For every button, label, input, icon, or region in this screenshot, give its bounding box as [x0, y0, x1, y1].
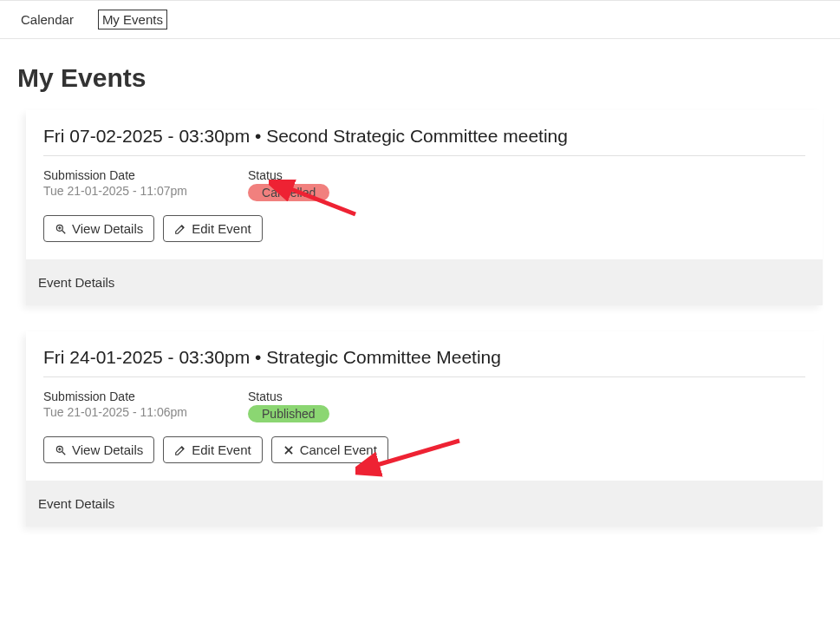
event-meta: Submission Date Tue 21-01-2025 - 11:06pm… [43, 390, 805, 422]
edit-event-button[interactable]: Edit Event [163, 436, 262, 463]
button-label: View Details [72, 442, 143, 457]
button-label: View Details [72, 221, 143, 236]
submission-date-label: Submission Date [43, 168, 187, 182]
button-label: Edit Event [192, 221, 251, 236]
event-details-header: Event Details [38, 275, 114, 290]
zoom-in-icon [55, 444, 67, 456]
svg-line-6 [62, 451, 66, 455]
submission-date-label: Submission Date [43, 390, 187, 403]
submission-date-value: Tue 21-01-2025 - 11:07pm [43, 184, 187, 198]
event-title: Fri 24-01-2025 - 03:30pm • Strategic Com… [43, 347, 805, 368]
top-tabs: Calendar My Events [0, 0, 840, 39]
status-badge: Published [248, 405, 329, 422]
tab-my-events[interactable]: My Events [98, 10, 167, 29]
tab-calendar[interactable]: Calendar [17, 10, 77, 29]
view-details-button[interactable]: View Details [43, 215, 154, 242]
event-actions: View Details Edit Event [43, 215, 805, 242]
edit-event-button[interactable]: Edit Event [163, 215, 262, 242]
submission-date-value: Tue 21-01-2025 - 11:06pm [43, 405, 187, 419]
event-meta: Submission Date Tue 21-01-2025 - 11:07pm… [43, 168, 805, 201]
zoom-in-icon [55, 223, 67, 235]
event-details-header: Event Details [38, 496, 114, 511]
event-details-panel: Event Details [26, 481, 823, 527]
page-title: My Events [17, 63, 823, 93]
status-badge: Cancelled [248, 184, 329, 201]
view-details-button[interactable]: View Details [43, 436, 154, 463]
status-label: Status [248, 168, 329, 182]
event-details-panel: Event Details [26, 259, 823, 305]
close-icon [283, 444, 295, 456]
event-card: Fri 07-02-2025 - 03:30pm • Second Strate… [26, 110, 823, 305]
event-card: Fri 24-01-2025 - 03:30pm • Strategic Com… [26, 331, 823, 527]
divider [43, 155, 805, 156]
cancel-event-button[interactable]: Cancel Event [271, 436, 388, 463]
edit-icon [174, 444, 186, 456]
button-label: Cancel Event [300, 442, 377, 457]
event-actions: View Details Edit Event Cancel Event [43, 436, 805, 463]
event-title: Fri 07-02-2025 - 03:30pm • Second Strate… [43, 126, 805, 147]
edit-icon [174, 223, 186, 235]
status-label: Status [248, 390, 329, 403]
svg-line-1 [62, 230, 66, 233]
button-label: Edit Event [192, 442, 251, 457]
divider [43, 376, 805, 377]
